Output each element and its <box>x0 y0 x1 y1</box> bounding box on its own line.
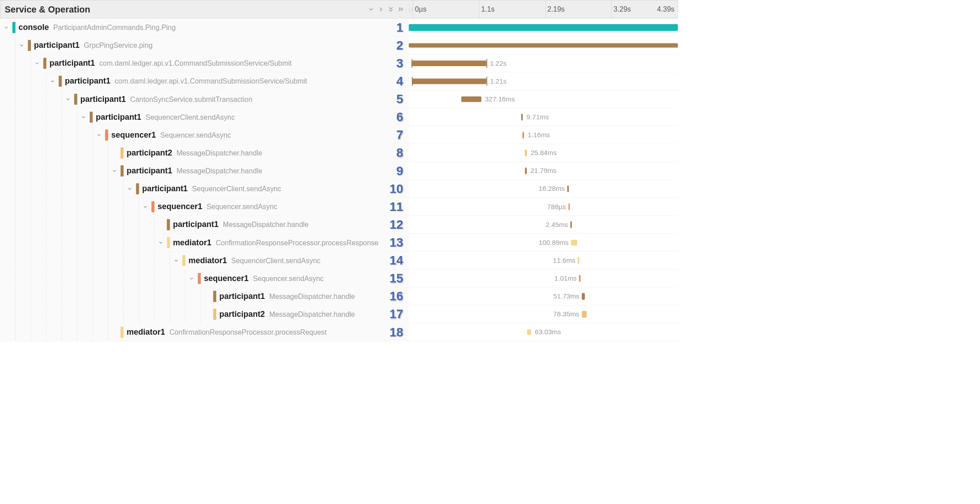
service-color-bar <box>167 237 170 248</box>
axis-tick: 4.39s <box>655 0 674 18</box>
indent-guide <box>46 287 62 305</box>
expand-toggle[interactable] <box>16 42 28 48</box>
span-bar[interactable] <box>409 43 678 47</box>
chevron-down-icon[interactable] <box>368 6 374 13</box>
span-duration-label: 21.79ms <box>531 167 557 175</box>
chevron-right-icon[interactable] <box>377 6 384 13</box>
span-labels: participant1MessageDispatcher.handle <box>127 166 263 175</box>
indent-guide <box>124 287 139 305</box>
span-labels: sequencer1Sequencer.sendAsync <box>111 130 231 139</box>
span-labels: mediator1ConfirmationResponseProcessor.p… <box>127 328 327 337</box>
indent-guide <box>0 55 16 72</box>
span-bar[interactable] <box>525 149 527 156</box>
span-timeline-cell: 788µs <box>409 198 678 215</box>
indent-guide <box>16 180 31 197</box>
span-bar[interactable] <box>409 24 678 31</box>
span-bar[interactable] <box>568 203 570 210</box>
span-bar[interactable] <box>582 293 585 299</box>
service-color-bar <box>136 183 139 194</box>
expand-toggle[interactable] <box>185 276 198 281</box>
expand-toggle[interactable] <box>155 239 167 245</box>
indent-guide <box>46 180 62 197</box>
expand-toggle[interactable] <box>108 168 121 173</box>
span-row[interactable]: participant1MessageDispatcher.handle1651… <box>0 287 678 305</box>
operation-name: ParticipantAdminCommands.Ping.Ping <box>53 24 176 32</box>
indent-guide <box>77 323 93 341</box>
column-resize-handle[interactable]: ││ <box>409 0 413 18</box>
span-row[interactable]: sequencer1Sequencer.sendAsync11788µs <box>0 198 678 216</box>
indent-guide <box>139 234 155 251</box>
expand-toggle[interactable] <box>139 204 151 209</box>
span-bar[interactable] <box>521 113 523 120</box>
indent-guide <box>46 252 62 269</box>
expand-toggle[interactable] <box>62 96 74 101</box>
span-timeline-cell: 1.01ms <box>409 269 678 287</box>
span-bar[interactable] <box>582 311 587 318</box>
span-row[interactable]: mediator1ConfirmationResponseProcessor.p… <box>0 323 678 341</box>
indent-guide <box>62 323 77 341</box>
span-row[interactable]: participant1com.daml.ledger.api.v1.Comma… <box>0 72 678 90</box>
expand-toggle[interactable] <box>31 60 43 66</box>
indent-guide <box>170 305 185 323</box>
span-bar[interactable] <box>411 60 486 66</box>
expand-toggle[interactable] <box>170 258 182 263</box>
indent-guide <box>46 216 62 233</box>
span-bar[interactable] <box>412 78 486 84</box>
double-chevron-down-icon[interactable] <box>387 6 394 13</box>
indent-guide <box>31 234 46 251</box>
span-row-left: participant1GrpcPingService.ping2 <box>0 37 409 54</box>
expand-toggle[interactable] <box>77 114 90 120</box>
timeline-axis: 0µs 1.1s 2.19s 3.29s 4.39s <box>413 0 678 18</box>
service-name: participant1 <box>96 112 141 122</box>
expand-toggle[interactable] <box>46 78 59 84</box>
indent-guide <box>0 126 16 143</box>
span-row[interactable]: mediator1ConfirmationResponseProcessor.p… <box>0 234 678 252</box>
span-bar[interactable] <box>578 257 579 264</box>
span-row[interactable]: sequencer1Sequencer.sendAsync151.01ms <box>0 269 678 287</box>
span-bar[interactable] <box>579 275 580 281</box>
operation-name: SequencerClient.sendAsync <box>146 113 235 122</box>
span-row[interactable]: participant1SequencerClient.sendAsync69.… <box>0 108 678 126</box>
span-row[interactable]: participant1MessageDispatcher.handle122.… <box>0 216 678 234</box>
span-bar[interactable] <box>567 185 569 192</box>
span-row[interactable]: sequencer1Sequencer.sendAsync71.16ms <box>0 126 678 144</box>
span-bar[interactable] <box>527 329 531 335</box>
span-row[interactable]: participant1GrpcPingService.ping2 <box>0 37 678 55</box>
span-row[interactable]: consoleParticipantAdminCommands.Ping.Pin… <box>0 19 678 37</box>
row-number-annotation: 5 <box>396 92 403 106</box>
span-labels: participant1SequencerClient.sendAsync <box>142 184 281 193</box>
service-color-bar <box>167 219 170 230</box>
span-timeline-cell: 1.21s <box>409 72 678 90</box>
span-bar[interactable] <box>523 131 524 138</box>
indent-guide <box>124 234 139 251</box>
indent-guide <box>16 90 31 108</box>
expand-toggle[interactable] <box>124 186 136 191</box>
expand-toggle[interactable] <box>93 132 105 138</box>
indent-guide <box>139 305 155 323</box>
operation-name: SequencerClient.sendAsync <box>192 185 281 193</box>
span-timeline-cell <box>409 37 678 54</box>
span-row-left: sequencer1Sequencer.sendAsync11 <box>0 198 409 215</box>
expand-toggle[interactable] <box>0 25 13 30</box>
span-timeline-cell: 78.35ms <box>409 305 678 323</box>
row-number-annotation: 8 <box>396 146 403 160</box>
span-duration-label: 11.6ms <box>553 256 575 265</box>
double-chevron-right-icon[interactable] <box>398 6 404 13</box>
service-name: sequencer1 <box>204 273 249 283</box>
span-row[interactable]: participant2MessageDispatcher.handle1778… <box>0 305 678 323</box>
span-row[interactable]: participant1SequencerClient.sendAsync101… <box>0 180 678 198</box>
indent-guide <box>46 108 62 126</box>
span-row[interactable]: participant1com.daml.ledger.api.v1.Comma… <box>0 55 678 72</box>
span-labels: participant1MessageDispatcher.handle <box>173 220 309 229</box>
span-timeline-cell: 1.22s <box>409 55 678 72</box>
service-name: participant1 <box>142 184 188 193</box>
span-row[interactable]: mediator1SequencerClient.sendAsync1411.6… <box>0 252 678 269</box>
span-bar[interactable] <box>570 221 572 228</box>
span-row[interactable]: participant2MessageDispatcher.handle825.… <box>0 144 678 162</box>
span-row[interactable]: participant1MessageDispatcher.handle921.… <box>0 162 678 180</box>
span-bar[interactable] <box>525 168 527 174</box>
span-bar[interactable] <box>571 239 577 245</box>
span-bar[interactable] <box>461 96 482 101</box>
span-row[interactable]: participant1CantonSyncService.submitTran… <box>0 90 678 108</box>
service-name: sequencer1 <box>158 202 202 211</box>
